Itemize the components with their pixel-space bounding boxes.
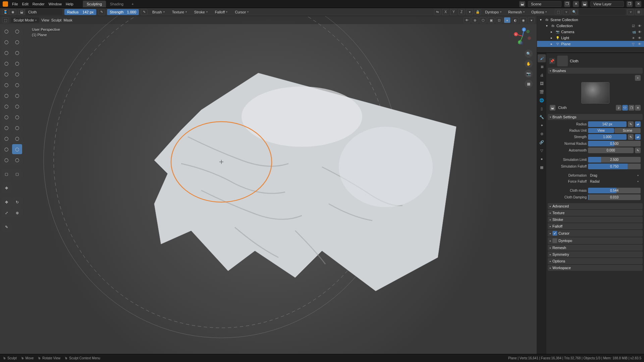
- menu-file[interactable]: File: [12, 2, 18, 6]
- eye-icon[interactable]: 👁: [638, 42, 643, 46]
- tab-constraints[interactable]: 🔗: [538, 138, 546, 146]
- panel-dyntopo[interactable]: Dyntopo: [548, 237, 643, 244]
- brush-browse-icon[interactable]: ⬓: [18, 9, 25, 15]
- tab-material[interactable]: ●: [538, 155, 546, 163]
- brush-add-icon[interactable]: +: [635, 75, 641, 81]
- eye-icon[interactable]: 👁: [638, 24, 643, 28]
- tab-scene[interactable]: 🎬: [538, 88, 546, 96]
- filter-icon[interactable]: ▿: [563, 9, 570, 15]
- mirror-z[interactable]: Z: [458, 9, 465, 15]
- panel-texture[interactable]: Texture: [548, 210, 643, 216]
- brush-preset-icon[interactable]: ◉: [9, 9, 16, 15]
- tab-mesh[interactable]: ▽: [538, 146, 546, 155]
- menu-help[interactable]: Help: [66, 2, 73, 6]
- autosmooth-value[interactable]: 0.000: [588, 147, 634, 153]
- sim-falloff-value[interactable]: 0.750: [588, 164, 641, 169]
- strength-slider[interactable]: Strength 1.000: [107, 9, 139, 15]
- tab-render[interactable]: 🖥: [538, 63, 546, 71]
- dyntopo-dropdown[interactable]: Dyntopo: [482, 9, 504, 15]
- brush-name-field[interactable]: Cloth: [556, 105, 615, 111]
- fake-user-icon[interactable]: 🛡: [622, 105, 628, 111]
- tab-output[interactable]: 🖨: [538, 71, 546, 79]
- falloff-dropdown[interactable]: Falloff: [212, 9, 230, 15]
- exclude-toggle-icon[interactable]: ☑: [632, 24, 637, 28]
- mesh-data-icon[interactable]: ▽: [632, 42, 637, 46]
- cloth-mass-value[interactable]: 0.544: [588, 188, 641, 193]
- eye-icon[interactable]: 👁: [638, 30, 643, 34]
- options-dropdown[interactable]: Options: [529, 9, 549, 15]
- scene-new-icon[interactable]: ❐: [564, 1, 570, 7]
- radius-slider[interactable]: Radius 142 px: [64, 9, 96, 15]
- brush-browse-icon[interactable]: ⬓: [550, 105, 555, 111]
- panel-falloff[interactable]: Falloff: [548, 223, 643, 229]
- pan-icon[interactable]: ✋: [525, 60, 533, 68]
- zoom-icon[interactable]: 🔍: [525, 50, 533, 58]
- persp-ortho-icon[interactable]: ▦: [525, 80, 533, 88]
- panel-advanced[interactable]: Advanced: [548, 203, 643, 209]
- eye-icon[interactable]: 👁: [638, 36, 643, 40]
- panel-remesh[interactable]: Remesh: [548, 245, 643, 251]
- brush-name-field[interactable]: Cloth: [25, 9, 62, 15]
- tab-viewlayer[interactable]: 🖼: [538, 79, 546, 87]
- scene-field[interactable]: Scene: [528, 1, 561, 7]
- panel-symmetry[interactable]: Symmetry: [548, 251, 643, 257]
- normal-radius-value[interactable]: 0.500: [588, 141, 641, 146]
- panel-cursor[interactable]: ✓ Cursor: [548, 230, 643, 237]
- viewlayer-browse-icon[interactable]: ⬓: [582, 1, 588, 7]
- radius-pressure-icon[interactable]: ✎: [628, 121, 634, 127]
- blender-logo-icon[interactable]: [3, 1, 8, 7]
- tab-particles[interactable]: ✦: [538, 121, 546, 129]
- radius-unit-scene[interactable]: Scene: [614, 128, 641, 133]
- panel-options[interactable]: Options: [548, 258, 643, 264]
- mirror-y[interactable]: Y: [450, 9, 457, 15]
- viewport[interactable]: ⬚ Sculpt Mode View Sculpt Mask 👁 ⊕ ⬡ ▣ ⊡…: [0, 16, 537, 354]
- mirror-x[interactable]: X: [442, 9, 449, 15]
- mirror-icon[interactable]: ⇋: [434, 9, 441, 15]
- menu-edit[interactable]: Edit: [22, 2, 29, 6]
- workspace-add[interactable]: +: [127, 1, 138, 7]
- tool-icon[interactable]: 🧵: [2, 9, 9, 15]
- texture-dropdown[interactable]: Texture: [169, 9, 190, 15]
- camera-icon[interactable]: 📷: [525, 70, 533, 78]
- scene-browse-icon[interactable]: ⬓: [519, 1, 525, 7]
- scene-delete-icon[interactable]: ✕: [573, 1, 579, 7]
- brush-duplicate-icon[interactable]: ❐: [629, 105, 634, 111]
- stroke-dropdown[interactable]: Stroke: [192, 9, 210, 15]
- nav-gizmo[interactable]: X Y Z: [513, 26, 533, 46]
- tab-world[interactable]: 🌐: [538, 96, 546, 104]
- strength-pressure-icon[interactable]: ✎: [141, 9, 148, 15]
- radius-unit-view[interactable]: View: [588, 128, 614, 133]
- filter-toggle-icon[interactable]: ▿: [627, 9, 634, 15]
- deformation-dropdown[interactable]: Drag: [588, 173, 641, 178]
- outliner-light[interactable]: ▸ 💡 Light ☀ 👁: [537, 35, 644, 41]
- dyntopo-check[interactable]: [552, 238, 557, 243]
- new-collection-icon[interactable]: ⊞: [635, 9, 642, 15]
- brush-users[interactable]: 2: [616, 105, 622, 111]
- tab-texture[interactable]: ▦: [538, 163, 546, 171]
- menu-render[interactable]: Render: [33, 2, 45, 6]
- viewport-canvas[interactable]: [0, 16, 537, 354]
- search-icon[interactable]: 🔍: [571, 9, 578, 15]
- radius-unified-icon[interactable]: ⇄: [635, 121, 641, 127]
- cursor-check[interactable]: ✓: [552, 231, 557, 236]
- viewlayer-field[interactable]: View Layer: [590, 1, 624, 7]
- strength-unified-icon[interactable]: ⇄: [635, 134, 641, 140]
- tab-modifiers[interactable]: 🔧: [538, 113, 546, 121]
- outliner-search[interactable]: [579, 9, 626, 15]
- radius-value[interactable]: 142 px: [588, 121, 627, 127]
- brush-thumbnail[interactable]: [581, 82, 609, 104]
- remesh-dropdown[interactable]: Remesh: [505, 9, 527, 15]
- cursor-dropdown[interactable]: Cursor: [232, 9, 251, 15]
- tab-active-tool[interactable]: 🖌: [538, 54, 546, 62]
- strength-pressure-icon[interactable]: ✎: [628, 134, 634, 140]
- workspace-shading[interactable]: Shading: [106, 1, 127, 7]
- panel-stroke[interactable]: Stroke: [548, 217, 643, 223]
- pin-icon[interactable]: 📌: [549, 58, 555, 64]
- viewlayer-new-icon[interactable]: ❐: [627, 1, 633, 7]
- outliner-scene-collection[interactable]: ▾ 🗀 Scene Collection: [537, 17, 644, 23]
- outliner-plane[interactable]: ▸ ▽ Plane ▽ 👁: [537, 41, 644, 47]
- radius-pressure-icon[interactable]: ✎: [98, 9, 105, 15]
- autosmooth-pressure-icon[interactable]: ✎: [635, 147, 641, 153]
- tab-physics[interactable]: ⊚: [538, 130, 546, 138]
- mirror-options-chevron-icon[interactable]: ▾: [466, 9, 473, 15]
